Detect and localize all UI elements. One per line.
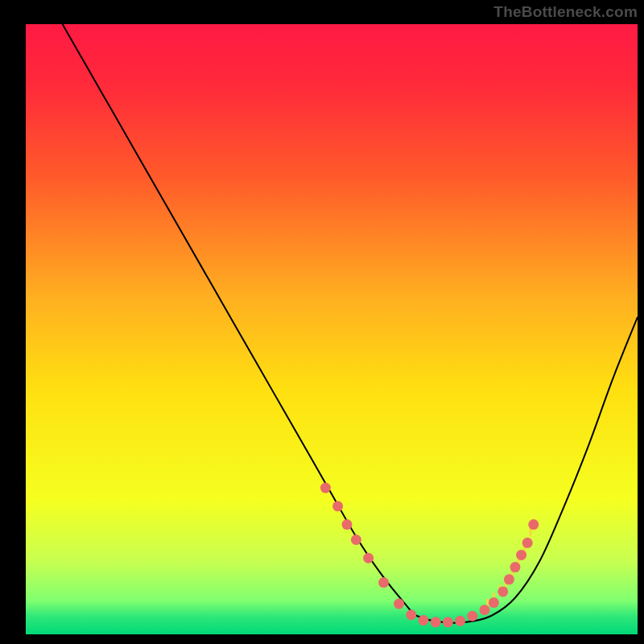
highlight-point — [522, 538, 533, 548]
highlight-point — [516, 550, 526, 560]
chart-background — [26, 24, 638, 634]
highlight-point — [394, 599, 404, 609]
highlight-point — [342, 519, 353, 530]
highlight-point — [480, 605, 490, 615]
highlight-point — [497, 586, 508, 597]
bottleneck-chart — [26, 24, 638, 634]
highlight-point — [510, 562, 521, 572]
highlight-point — [332, 501, 343, 511]
chart-svg — [26, 24, 638, 634]
highlight-point — [467, 611, 477, 621]
highlight-point — [489, 597, 499, 608]
highlight-point — [320, 483, 331, 493]
highlight-point — [455, 616, 465, 626]
highlight-point — [504, 574, 514, 584]
highlight-point — [378, 577, 389, 588]
highlight-point — [431, 617, 441, 627]
watermark-text: TheBottleneck.com — [493, 3, 638, 21]
highlight-point — [363, 553, 374, 564]
highlight-point — [528, 519, 539, 530]
highlight-point — [419, 615, 429, 625]
highlight-point — [406, 609, 416, 620]
highlight-point — [443, 617, 453, 627]
highlight-point — [351, 535, 361, 545]
